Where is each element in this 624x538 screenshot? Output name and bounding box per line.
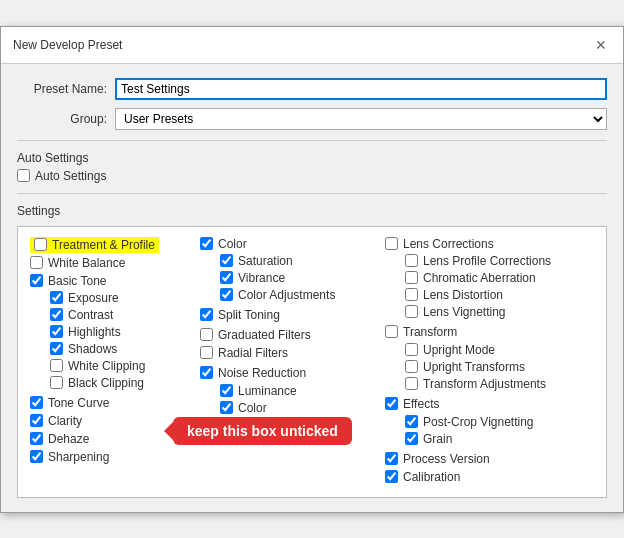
lens-profile-corrections-row: Lens Profile Corrections — [405, 254, 594, 268]
color-adjustments-row: Color Adjustments — [220, 288, 385, 302]
transform-adjustments-label[interactable]: Transform Adjustments — [423, 377, 546, 391]
sharpening-checkbox[interactable] — [30, 450, 43, 463]
lens-vignetting-checkbox[interactable] — [405, 305, 418, 318]
lens-corrections-label[interactable]: Lens Corrections — [403, 237, 494, 251]
auto-settings-label[interactable]: Auto Settings — [35, 169, 106, 183]
contrast-label[interactable]: Contrast — [68, 308, 113, 322]
highlights-label[interactable]: Highlights — [68, 325, 121, 339]
color-label[interactable]: Color — [218, 237, 247, 251]
saturation-checkbox[interactable] — [220, 254, 233, 267]
lens-profile-corrections-checkbox[interactable] — [405, 254, 418, 267]
chromatic-aberration-label[interactable]: Chromatic Aberration — [423, 271, 536, 285]
grain-checkbox[interactable] — [405, 432, 418, 445]
black-clipping-label[interactable]: Black Clipping — [68, 376, 144, 390]
lens-profile-corrections-label[interactable]: Lens Profile Corrections — [423, 254, 551, 268]
calibration-label[interactable]: Calibration — [403, 470, 460, 484]
black-clipping-row: Black Clipping — [50, 376, 200, 390]
saturation-label[interactable]: Saturation — [238, 254, 293, 268]
noise-reduction-row: Noise Reduction — [200, 366, 385, 380]
lens-distortion-label[interactable]: Lens Distortion — [423, 288, 503, 302]
chromatic-aberration-checkbox[interactable] — [405, 271, 418, 284]
white-balance-row: White Balance — [30, 256, 200, 270]
graduated-filters-label[interactable]: Graduated Filters — [218, 328, 311, 342]
exposure-checkbox[interactable] — [50, 291, 63, 304]
sharpening-label[interactable]: Sharpening — [48, 450, 109, 464]
upright-transforms-checkbox[interactable] — [405, 360, 418, 373]
radial-filters-label[interactable]: Radial Filters — [218, 346, 288, 360]
auto-settings-checkbox[interactable] — [17, 169, 30, 182]
preset-name-row: Preset Name: — [17, 78, 607, 100]
transform-checkbox[interactable] — [385, 325, 398, 338]
upright-transforms-row: Upright Transforms — [405, 360, 594, 374]
process-version-row: Process Version — [385, 452, 594, 466]
noise-reduction-label[interactable]: Noise Reduction — [218, 366, 306, 380]
close-button[interactable]: ✕ — [591, 35, 611, 55]
color-nr-checkbox[interactable] — [220, 401, 233, 414]
dialog: New Develop Preset ✕ Preset Name: Group:… — [0, 26, 624, 513]
radial-filters-checkbox[interactable] — [200, 346, 213, 359]
luminance-checkbox[interactable] — [220, 384, 233, 397]
white-balance-checkbox[interactable] — [30, 256, 43, 269]
effects-checkbox[interactable] — [385, 397, 398, 410]
basic-tone-label[interactable]: Basic Tone — [48, 274, 106, 288]
noise-reduction-checkbox[interactable] — [200, 366, 213, 379]
group-label: Group: — [17, 112, 107, 126]
split-toning-checkbox[interactable] — [200, 308, 213, 321]
vibrance-label[interactable]: Vibrance — [238, 271, 285, 285]
clarity-checkbox[interactable] — [30, 414, 43, 427]
post-crop-vignetting-label[interactable]: Post-Crop Vignetting — [423, 415, 534, 429]
tone-curve-checkbox[interactable] — [30, 396, 43, 409]
process-version-label[interactable]: Process Version — [403, 452, 490, 466]
upright-transforms-label[interactable]: Upright Transforms — [423, 360, 525, 374]
color-nr-row: Color — [220, 401, 385, 415]
contrast-checkbox[interactable] — [50, 308, 63, 321]
color-checkbox[interactable] — [200, 237, 213, 250]
settings-col1: Treatment & Profile White Balance Basic … — [30, 237, 200, 487]
upright-mode-label[interactable]: Upright Mode — [423, 343, 495, 357]
treatment-profile-highlight: Treatment & Profile — [30, 237, 159, 253]
lens-distortion-checkbox[interactable] — [405, 288, 418, 301]
grain-label[interactable]: Grain — [423, 432, 452, 446]
post-crop-vignetting-checkbox[interactable] — [405, 415, 418, 428]
color-adjustments-checkbox[interactable] — [220, 288, 233, 301]
treatment-profile-checkbox[interactable] — [34, 238, 47, 251]
lens-corrections-checkbox[interactable] — [385, 237, 398, 250]
luminance-label[interactable]: Luminance — [238, 384, 297, 398]
vibrance-checkbox[interactable] — [220, 271, 233, 284]
process-version-checkbox[interactable] — [385, 452, 398, 465]
calibration-checkbox[interactable] — [385, 470, 398, 483]
color-adjustments-label[interactable]: Color Adjustments — [238, 288, 335, 302]
exposure-row: Exposure — [50, 291, 200, 305]
white-balance-label[interactable]: White Balance — [48, 256, 125, 270]
shadows-label[interactable]: Shadows — [68, 342, 117, 356]
black-clipping-checkbox[interactable] — [50, 376, 63, 389]
preset-name-input[interactable] — [115, 78, 607, 100]
tone-curve-label[interactable]: Tone Curve — [48, 396, 109, 410]
effects-label[interactable]: Effects — [403, 397, 439, 411]
lens-vignetting-row: Lens Vignetting — [405, 305, 594, 319]
highlights-checkbox[interactable] — [50, 325, 63, 338]
split-toning-label[interactable]: Split Toning — [218, 308, 280, 322]
calibration-row: Calibration — [385, 470, 594, 484]
dehaze-label[interactable]: Dehaze — [48, 432, 89, 446]
dehaze-checkbox[interactable] — [30, 432, 43, 445]
white-clipping-label[interactable]: White Clipping — [68, 359, 145, 373]
transform-label[interactable]: Transform — [403, 325, 457, 339]
color-children: Saturation Vibrance Color Adjustments — [200, 254, 385, 302]
white-clipping-checkbox[interactable] — [50, 359, 63, 372]
graduated-filters-checkbox[interactable] — [200, 328, 213, 341]
group-select[interactable]: User Presets Default — [115, 108, 607, 130]
transform-adjustments-checkbox[interactable] — [405, 377, 418, 390]
basic-tone-children: Exposure Contrast Highlights Shadow — [30, 291, 200, 390]
treatment-profile-label[interactable]: Treatment & Profile — [52, 238, 155, 252]
lens-corrections-row: Lens Corrections — [385, 237, 594, 251]
basic-tone-checkbox[interactable] — [30, 274, 43, 287]
contrast-row: Contrast — [50, 308, 200, 322]
graduated-filters-row: Graduated Filters — [200, 328, 385, 342]
lens-vignetting-label[interactable]: Lens Vignetting — [423, 305, 506, 319]
upright-mode-checkbox[interactable] — [405, 343, 418, 356]
color-nr-label[interactable]: Color — [238, 401, 267, 415]
clarity-label[interactable]: Clarity — [48, 414, 82, 428]
shadows-checkbox[interactable] — [50, 342, 63, 355]
exposure-label[interactable]: Exposure — [68, 291, 119, 305]
